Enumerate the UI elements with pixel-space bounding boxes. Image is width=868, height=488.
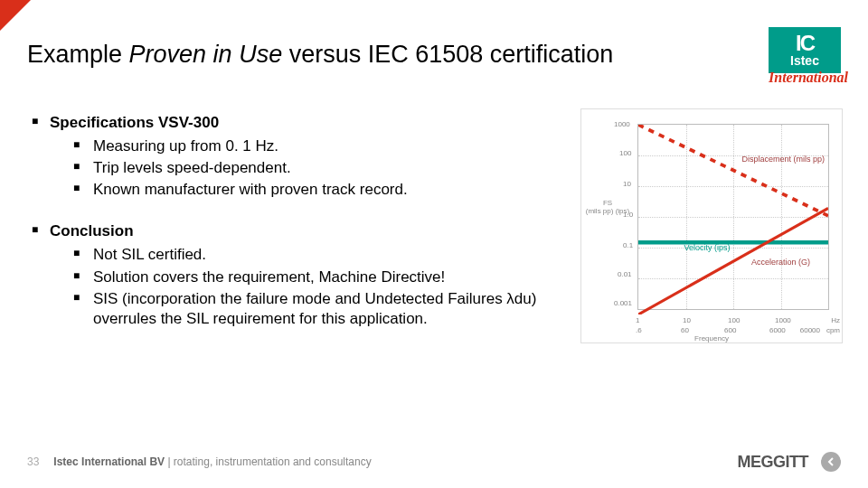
x-tick-cpm: 60000 [800,326,820,334]
legend-velocity: Velocity (ips) [684,243,730,252]
sub-bullet: Measuring up from 0. 1 Hz. [73,136,556,156]
plot-area: Displacement (mils pp) Velocity (ips) Ac… [637,124,829,310]
page-number: 33 [27,455,39,468]
bullet-heading: Specifications VSV-300 [50,114,219,131]
x-axis-label: Frequency [581,334,842,343]
y-tick: 0.01 [618,270,632,278]
x-tick-cpm: 6000 [769,326,786,334]
y-tick: 0.001 [614,299,632,307]
sub-bullet: Solution covers the requirement, Machine… [73,267,556,287]
logo-international: International [769,70,846,86]
legend-displacement: Displacement (mils pp) [741,155,825,164]
bullet-conclusion: Conclusion Not SIL certified. Solution c… [32,221,556,328]
frequency-chart: Displacement (mils pp) Velocity (ips) Ac… [580,108,843,343]
footer: 33 Istec International BV | rotating, in… [27,452,841,472]
accent-corner [0,0,31,31]
istec-logo: IC Istec International [769,27,841,86]
y-tick: 1000 [614,120,630,128]
back-icon[interactable] [821,452,841,472]
title-post: versus IEC 61508 certification [282,41,613,68]
x-unit-hz: Hz [831,316,840,324]
meggitt-logo: MEGGITT [738,453,809,472]
legend-acceleration: Acceleration (G) [751,258,810,267]
title-pre: Example [27,41,129,68]
x-tick-cpm: .6 [636,326,642,334]
x-tick-cpm: 600 [724,326,736,334]
page-title: Example Proven in Use versus IEC 61508 c… [27,41,613,69]
x-tick-hz: 10 [683,316,691,324]
y-tick: 0.1 [623,241,633,249]
bullet-specifications: Specifications VSV-300 Measuring up from… [32,113,556,200]
x-unit-cpm: cpm [826,326,840,334]
sub-bullet: Not SIL certified. [73,245,556,265]
logo-ic: IC [776,33,834,54]
sub-bullet: SIS (incorporation the failure mode and … [73,289,556,329]
content-body: Specifications VSV-300 Measuring up from… [32,113,556,334]
x-tick-hz: 1 [636,316,639,324]
sub-bullet: Known manufacturer with proven track rec… [73,180,556,200]
x-tick-hz: 100 [728,316,740,324]
y-tick: 100 [619,149,631,157]
x-tick-hz: 1000 [775,316,791,324]
y-axis-label: FS(mils pp) (ips) [585,200,630,216]
title-em: Proven in Use [129,41,283,68]
footer-text: Istec International BV | rotating, instr… [53,455,371,468]
logo-istec-text: Istec [776,54,834,68]
sub-bullet: Trip levels speed-dependent. [73,158,556,178]
bullet-heading: Conclusion [50,222,134,239]
y-tick: 10 [623,180,631,188]
x-tick-cpm: 60 [681,326,689,334]
